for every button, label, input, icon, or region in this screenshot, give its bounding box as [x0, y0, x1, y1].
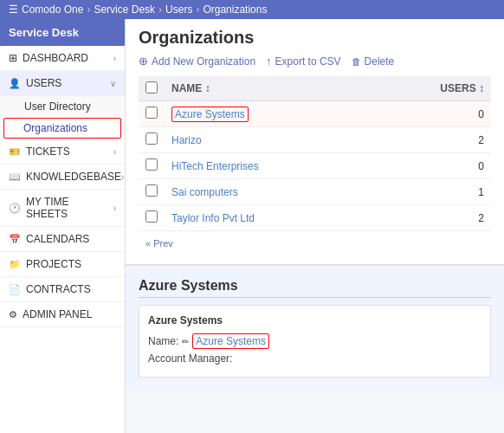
add-organization-button[interactable]: Add New Organization [139, 55, 255, 68]
breadcrumb-sep-3: › [196, 3, 199, 16]
sidebar-item-dashboard[interactable]: DASHBOARD › [0, 46, 125, 71]
cal-icon [9, 233, 21, 245]
kb-icon [9, 171, 21, 183]
chevron-icon-tickets: › [113, 147, 116, 157]
sidebar-subitem-organizations[interactable]: Organizations [3, 118, 121, 139]
table-row: Sai computers1 [139, 179, 491, 205]
row-checkbox[interactable] [145, 158, 158, 171]
col-users-label: USERS ↕ [440, 82, 484, 94]
row-checkbox-cell [139, 179, 165, 205]
delete-label: Delete [365, 55, 395, 68]
breadcrumb-sep-1: › [87, 3, 90, 16]
row-checkbox[interactable] [145, 210, 158, 223]
sidebar-item-calendars[interactable]: CALENDARS [0, 227, 125, 252]
row-users-cell: 0 [422, 101, 491, 127]
col-name-label: NAME ↕ [171, 82, 210, 94]
table-row: Taylor Info Pvt Ltd2 [139, 205, 491, 231]
sidebar-item-tickets[interactable]: TICKETS › [0, 139, 125, 165]
row-name-cell: Harizo [165, 127, 422, 153]
breadcrumb-servicedesk[interactable]: Service Desk [94, 3, 155, 16]
row-checkbox[interactable] [145, 184, 158, 197]
row-checkbox-cell [139, 101, 165, 127]
field-manager-label: Account Manager: [148, 352, 232, 365]
sidebar-label-tickets: TICKETS [26, 145, 70, 158]
detail-section: Azure Systems Azure Systems Name: Azure … [126, 269, 504, 386]
detail-field-name: Name: Azure Systems [148, 333, 481, 349]
breadcrumb-organizations: Organizations [203, 3, 267, 16]
col-name[interactable]: NAME ↕ [165, 76, 422, 101]
page-title: Organizations [139, 28, 491, 48]
row-checkbox-cell [139, 205, 165, 231]
row-name-cell: Azure Systems [165, 101, 422, 127]
chevron-icon-kb: › [121, 172, 124, 182]
sidebar-label-calendars: CALENDARS [26, 233, 89, 245]
sidebar-label-contracts: CONTRACTS [26, 283, 91, 295]
proj-icon [9, 258, 21, 270]
org-link[interactable]: HiTech Enterprises [171, 160, 259, 172]
detail-card-title: Azure Systems [148, 314, 481, 326]
col-users[interactable]: USERS ↕ [422, 76, 491, 101]
sidebar-item-projects[interactable]: PROJECTS [0, 252, 125, 277]
breadcrumb-comodo[interactable]: Comodo One [22, 3, 83, 16]
breadcrumb-sep-2: › [158, 3, 162, 16]
delete-button[interactable]: Delete [352, 55, 395, 68]
breadcrumb-users[interactable]: Users [165, 3, 192, 16]
sidebar-label-admin: ADMIN PANEL [23, 308, 92, 320]
row-name-cell: HiTech Enterprises [165, 153, 422, 179]
contracts-icon [9, 283, 21, 295]
pagination-prev[interactable]: « Prev [139, 231, 491, 255]
row-checkbox-cell [139, 127, 165, 153]
row-checkbox[interactable] [145, 107, 158, 119]
organizations-section: Organizations Add New Organization Expor… [126, 19, 504, 266]
org-link[interactable]: Azure Systems [171, 107, 249, 122]
field-name-value[interactable]: Azure Systems [192, 333, 269, 349]
row-name-cell: Taylor Info Pvt Ltd [165, 205, 422, 231]
chevron-icon-timesheets: › [113, 204, 116, 213]
row-users-cell: 0 [422, 153, 491, 179]
detail-title: Azure Systems [139, 278, 491, 298]
sidebar-item-admin[interactable]: ADMIN PANEL [0, 302, 125, 327]
tickets-icon [9, 145, 21, 158]
sidebar-item-contracts[interactable]: CONTRACTS [0, 277, 125, 302]
organizations-table: NAME ↕ USERS ↕ Azure Systems0Harizo2HiTe… [139, 76, 491, 231]
sidebar-label-timesheets: MY TIME SHEETS [26, 196, 113, 220]
dashboard-icon [9, 52, 17, 64]
admin-icon [9, 308, 17, 320]
detail-field-manager: Account Manager: [148, 352, 481, 365]
breadcrumb-icon: ☰ [9, 3, 18, 16]
chevron-icon-users: ∨ [110, 79, 116, 88]
plus-icon [139, 55, 148, 68]
table-row: HiTech Enterprises0 [139, 153, 491, 179]
content-area: Organizations Add New Organization Expor… [126, 19, 504, 433]
sidebar-item-knowledgebase[interactable]: KNOWLEDGEBASE › [0, 165, 125, 190]
edit-icon[interactable] [182, 335, 189, 347]
table-row: Azure Systems0 [139, 101, 491, 127]
users-icon [9, 77, 21, 89]
breadcrumb-bar: ☰ Comodo One › Service Desk › Users › Or… [0, 0, 504, 19]
sidebar-item-timesheets[interactable]: MY TIME SHEETS › [0, 190, 125, 227]
detail-card: Azure Systems Name: Azure Systems Accoun… [139, 305, 491, 378]
org-link[interactable]: Sai computers [171, 186, 238, 198]
table-row: Harizo2 [139, 127, 491, 153]
toolbar: Add New Organization Export to CSV Delet… [139, 55, 491, 68]
sidebar-label-dashboard: DASHBOARD [23, 52, 88, 64]
row-users-cell: 2 [422, 127, 491, 153]
delete-icon [352, 55, 361, 68]
export-label: Export to CSV [275, 55, 341, 68]
add-org-label: Add New Organization [152, 55, 255, 68]
row-checkbox-cell [139, 153, 165, 179]
row-users-cell: 2 [422, 205, 491, 231]
select-all-checkbox[interactable] [145, 81, 158, 94]
col-checkbox [139, 76, 165, 101]
row-checkbox[interactable] [145, 132, 158, 145]
row-name-cell: Sai computers [165, 179, 422, 205]
field-name-label: Name: [148, 335, 178, 347]
sidebar-item-users[interactable]: USERS ∨ [0, 71, 125, 96]
table-header-row: NAME ↕ USERS ↕ [139, 76, 491, 101]
org-link[interactable]: Harizo [171, 134, 202, 146]
sidebar: Service Desk DASHBOARD › USERS ∨ User Di… [0, 19, 126, 433]
org-link[interactable]: Taylor Info Pvt Ltd [171, 212, 255, 224]
sidebar-subitem-user-directory[interactable]: User Directory [0, 96, 125, 117]
export-csv-button[interactable]: Export to CSV [266, 55, 341, 68]
row-users-cell: 1 [422, 179, 491, 205]
